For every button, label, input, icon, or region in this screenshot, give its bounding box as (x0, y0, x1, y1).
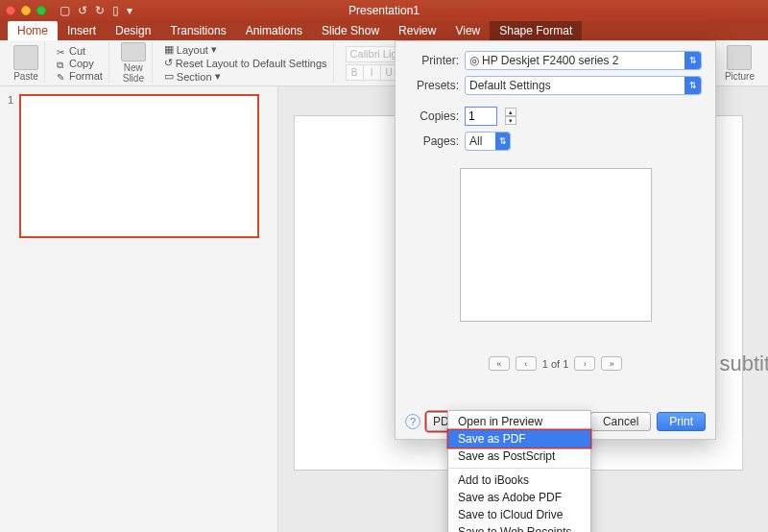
tab-transitions[interactable]: Transitions (160, 21, 235, 40)
step-up-icon[interactable]: ▴ (505, 108, 516, 116)
format-painter-button[interactable]: Format (57, 70, 103, 82)
paste-button[interactable]: Paste (13, 71, 38, 82)
presets-select[interactable]: Default Settings⇅ (465, 76, 702, 95)
slide-thumbnails-pane: 1 (0, 86, 278, 532)
tab-design[interactable]: Design (106, 21, 160, 40)
menu-save-adobe-pdf[interactable]: Save as Adobe PDF (448, 489, 590, 506)
bold-button[interactable]: B (346, 64, 363, 81)
copies-input[interactable] (465, 107, 497, 126)
caret-icon: ⇅ (684, 52, 701, 69)
subtitle-placeholder-text: subtit (719, 351, 768, 376)
reset-layout-button[interactable]: ↺ Reset Layout to Default Settings (164, 57, 327, 69)
clipboard-group: Paste (8, 42, 45, 84)
page-next-button[interactable]: › (574, 356, 595, 371)
print-button[interactable]: Print (657, 412, 706, 431)
new-slide-icon[interactable] (121, 42, 146, 61)
copy-icon (57, 59, 66, 68)
close-window[interactable] (6, 6, 15, 15)
page-last-button[interactable]: » (601, 356, 622, 371)
italic-button[interactable]: I (363, 64, 380, 81)
tab-shape-format[interactable]: Shape Format (490, 21, 582, 40)
pages-select[interactable]: All⇅ (465, 132, 511, 151)
save-icon[interactable]: ▢ (60, 4, 70, 17)
minimize-window[interactable] (21, 6, 31, 15)
print-pager: « ‹ 1 of 1 › » (409, 356, 702, 371)
tab-slideshow[interactable]: Slide Show (312, 21, 389, 40)
quick-access-toolbar: ▢ ↺ ↻ ▯ ▾ (60, 4, 132, 17)
tab-animations[interactable]: Animations (236, 21, 312, 40)
tab-view[interactable]: View (445, 21, 490, 40)
step-down-icon[interactable]: ▾ (505, 116, 516, 125)
pdf-menu: Open in Preview Save as PDF Save as Post… (447, 410, 591, 532)
qat-overflow-icon[interactable]: ▾ (127, 4, 132, 17)
pages-label: Pages: (409, 134, 459, 148)
menu-open-preview[interactable]: Open in Preview (448, 413, 590, 430)
caret-icon: ⇅ (495, 133, 510, 150)
printer-select[interactable]: ◎HP Deskjet F2400 series 2⇅ (465, 51, 702, 70)
page-first-button[interactable]: « (489, 356, 510, 371)
slide-layout-group: ▦ Layout ▾ ↺ Reset Layout to Default Set… (158, 42, 334, 84)
ribbon-tabs: Home Insert Design Transitions Animation… (0, 21, 768, 40)
menu-save-web-receipts[interactable]: Save to Web Receipts (448, 523, 590, 532)
picture-icon[interactable] (727, 45, 752, 70)
tab-review[interactable]: Review (389, 21, 445, 40)
help-button[interactable]: ? (405, 414, 420, 429)
scissors-icon (57, 46, 66, 56)
menu-separator (448, 468, 590, 469)
brush-icon (57, 71, 66, 81)
printer-label: Printer: (409, 54, 459, 67)
menu-save-as-pdf[interactable]: Save as PDF (448, 430, 590, 447)
copies-label: Copies: (409, 109, 459, 123)
page-count: 1 of 1 (542, 358, 569, 370)
undo-icon[interactable]: ↺ (78, 4, 87, 17)
picture-group: Picture (719, 42, 760, 84)
tab-home[interactable]: Home (8, 21, 58, 40)
cut-button[interactable]: Cut (57, 45, 103, 57)
menu-save-icloud[interactable]: Save to iCloud Drive (448, 506, 590, 523)
thumb-number: 1 (8, 94, 13, 238)
window-controls (6, 6, 46, 15)
caret-icon: ⇅ (684, 77, 701, 94)
print-dialog: Printer: ◎HP Deskjet F2400 series 2⇅ Pre… (395, 40, 716, 440)
layout-button[interactable]: ▦ Layout ▾ (164, 43, 327, 56)
title-bar: ▢ ↺ ↻ ▯ ▾ Presentation1 (0, 0, 768, 21)
tab-insert[interactable]: Insert (58, 21, 106, 40)
section-button[interactable]: ▭ Section ▾ (164, 70, 327, 83)
slide-thumbnail-1[interactable] (19, 94, 259, 238)
paste-icon[interactable] (13, 45, 38, 70)
print-preview (460, 168, 652, 322)
copy-button[interactable]: Copy (57, 58, 103, 69)
menu-save-as-postscript[interactable]: Save as PostScript (448, 447, 590, 465)
copies-stepper[interactable]: ▴▾ (505, 108, 516, 125)
menu-add-ibooks[interactable]: Add to iBooks (448, 472, 590, 489)
new-slide-button[interactable]: New Slide (123, 62, 144, 84)
doc-icon[interactable]: ▯ (112, 4, 119, 17)
redo-icon[interactable]: ↻ (95, 4, 105, 17)
cancel-button[interactable]: Cancel (590, 412, 651, 431)
document-title: Presentation1 (348, 4, 420, 17)
zoom-window[interactable] (36, 6, 46, 15)
clipboard-extra: Cut Copy Format (51, 42, 109, 84)
presets-label: Presets: (409, 79, 459, 92)
page-prev-button[interactable]: ‹ (516, 356, 537, 371)
picture-button[interactable]: Picture (725, 71, 755, 82)
new-slide-group: New Slide (115, 42, 153, 84)
